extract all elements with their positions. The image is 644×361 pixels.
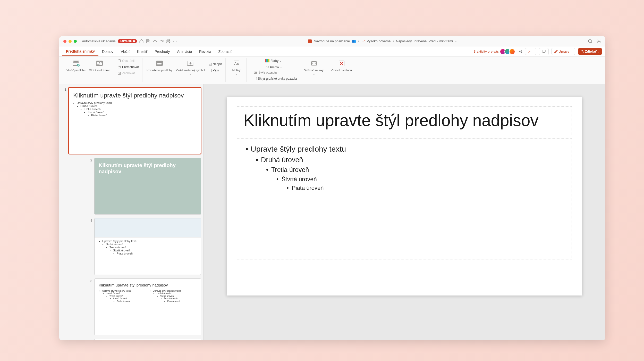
svg-rect-9 bbox=[118, 66, 121, 68]
svg-text:Aa: Aa bbox=[234, 61, 239, 65]
comments-button[interactable] bbox=[539, 48, 549, 55]
titlebar: Automatické ukladanie ZAPNUTÉ ⋯ Navrhnut… bbox=[59, 36, 605, 46]
themes-button[interactable]: Aa Motívy⌄ bbox=[229, 58, 244, 76]
autosave-label: Automatické ukladanie bbox=[82, 39, 116, 43]
redo-icon[interactable] bbox=[159, 39, 164, 44]
confidential-label: Vysoko dôverné bbox=[367, 39, 391, 43]
body-level-4: Štvrtá úroveň bbox=[274, 175, 565, 184]
undo-icon[interactable] bbox=[152, 39, 157, 44]
tab-home[interactable]: Domov bbox=[98, 47, 117, 56]
layout-thumbnail[interactable]: 3 Kliknutím upravte štýl predlohy nadpis… bbox=[87, 278, 201, 335]
rename-button[interactable]: Premenovať bbox=[116, 64, 140, 70]
title-center: Navrhnuté na posilnenie 👥 • 🛡 Vysoko dôv… bbox=[179, 39, 586, 43]
print-icon[interactable] bbox=[166, 39, 171, 44]
title-right bbox=[588, 39, 601, 44]
delete-button[interactable]: Odstrániť bbox=[116, 58, 140, 63]
chevron-down-icon[interactable]: ⌄ bbox=[455, 40, 457, 43]
editing-mode-button[interactable]: Úpravy⌄ bbox=[551, 48, 575, 55]
layout-thumbnail[interactable]: 2 Kliknutím upravte štýl predlohy nadpis… bbox=[87, 158, 201, 215]
thumb-title: Kliknutím upravte štýl predlohy nadpisov bbox=[73, 92, 197, 99]
tab-review[interactable]: Revízia bbox=[196, 47, 215, 56]
layout-thumbnail[interactable]: 4 bbox=[87, 339, 201, 340]
master-title-placeholder[interactable]: Kliknutím upravte štýl predlohy nadpisov bbox=[237, 106, 572, 135]
body-level-5: Piata úroveň bbox=[285, 184, 565, 192]
share-button[interactable]: Zdieľať⌄ bbox=[578, 48, 602, 55]
last-modified-label: Naposledy upravené: Pred 9 minútami bbox=[396, 39, 453, 43]
svg-rect-13 bbox=[157, 63, 162, 65]
svg-rect-7 bbox=[100, 62, 102, 63]
body-level-1: Upravte štýly predlohy textu bbox=[243, 143, 565, 155]
close-master-button[interactable]: Zavrieť predlohu bbox=[330, 58, 353, 73]
thumb-body: Upravte štýly predlohy textu Druhá úrove… bbox=[73, 101, 197, 117]
settings-icon[interactable] bbox=[597, 39, 601, 44]
svg-rect-12 bbox=[157, 62, 162, 62]
svg-rect-6 bbox=[97, 62, 99, 65]
tab-view[interactable]: Zobraziť bbox=[215, 47, 235, 56]
footers-checkbox[interactable]: Päty bbox=[208, 68, 223, 73]
activity-label[interactable]: 3 aktivity pre vás bbox=[474, 50, 499, 53]
svg-rect-3 bbox=[74, 62, 78, 63]
avatar bbox=[509, 48, 515, 55]
app-window: Automatické ukladanie ZAPNUTÉ ⋯ Navrhnut… bbox=[59, 36, 605, 340]
save-icon[interactable] bbox=[146, 39, 150, 44]
tab-transitions[interactable]: Prechody bbox=[151, 47, 173, 56]
separator-dot: • bbox=[358, 39, 359, 43]
title-checkbox[interactable]: Nadpis bbox=[208, 62, 223, 67]
minimize-window-button[interactable] bbox=[69, 40, 72, 43]
tab-draw[interactable]: Kresliť bbox=[133, 47, 151, 56]
thumbnail-number: 2 bbox=[87, 158, 92, 215]
thumb-title: Kliknutím upravte štýl predlohy nadpisov bbox=[99, 162, 197, 175]
more-icon[interactable]: ⋯ bbox=[173, 39, 177, 44]
designed-label: Navrhnuté na posilnenie bbox=[314, 39, 350, 43]
body-level-3: Tretia úroveň bbox=[264, 165, 565, 175]
autosave-toggle[interactable]: ZAPNUTÉ bbox=[118, 39, 137, 43]
thumb-body: Upravte štýly predlohy textuDruhá úroveň… bbox=[99, 290, 197, 302]
master-thumbnail[interactable]: 1 Kliknutím upravte štýl predlohy nadpis… bbox=[61, 87, 201, 154]
tab-slide-master[interactable]: Predloha snímky bbox=[62, 47, 98, 56]
people-icon: 👥 bbox=[352, 39, 356, 43]
presence-avatars[interactable] bbox=[501, 48, 515, 55]
preserve-button[interactable]: Zachovať bbox=[116, 71, 140, 76]
home-icon[interactable] bbox=[139, 39, 144, 44]
more-avatars-count[interactable]: +2 bbox=[519, 50, 522, 53]
colors-button[interactable]: Farby⌄ bbox=[264, 58, 283, 63]
thumbnail-panel[interactable]: 1 Kliknutím upravte štýl predlohy nadpis… bbox=[59, 84, 204, 340]
shield-icon: 🛡 bbox=[361, 39, 365, 43]
hide-background-checkbox[interactable]: Skryť grafické prvky pozadia bbox=[253, 76, 298, 81]
insert-layout-button[interactable]: Vložiť rozloženie bbox=[88, 58, 111, 73]
thumbnail-number: 3 bbox=[87, 278, 92, 335]
workspace: 1 Kliknutím upravte štýl predlohy nadpis… bbox=[59, 84, 605, 340]
thumb-body: Upravte štýly predlohy textu Druhá úrove… bbox=[99, 240, 197, 255]
insert-placeholder-button[interactable]: Vložiť zástupný symbol⌄ bbox=[175, 58, 206, 76]
thumbnail-number: 1 bbox=[61, 87, 66, 154]
tab-animations[interactable]: Animácie bbox=[173, 47, 196, 56]
ribbon: Vložiť predlohu Vložiť rozloženie Odstrá… bbox=[59, 57, 605, 84]
close-window-button[interactable] bbox=[63, 40, 66, 43]
master-layout-button[interactable]: Rozloženie predlohy bbox=[146, 58, 173, 76]
tabs-right: 3 aktivity pre vás +2 ▷⌄ Úpravy⌄ Zdieľať… bbox=[474, 48, 602, 55]
background-styles-button[interactable]: Štýly pozadia⌄ bbox=[253, 70, 298, 75]
maximize-window-button[interactable] bbox=[74, 40, 77, 43]
svg-point-1 bbox=[598, 40, 600, 42]
thumbnail-number: 4 bbox=[87, 339, 92, 340]
master-body-placeholder[interactable]: Upravte štýly predlohy textu Druhá úrove… bbox=[237, 138, 572, 260]
thumbnail-number: 4 bbox=[87, 218, 92, 275]
svg-point-0 bbox=[588, 39, 591, 43]
body-level-2: Druhá úroveň bbox=[254, 155, 565, 165]
slide-canvas[interactable]: Kliknutím upravte štýl predlohy nadpisov… bbox=[227, 97, 582, 296]
insert-slide-master-button[interactable]: Vložiť predlohu bbox=[65, 58, 87, 73]
powerpoint-icon bbox=[308, 39, 312, 43]
search-icon[interactable] bbox=[588, 39, 592, 44]
thumb-title: Kliknutím upravte štýl predlohy nadpisov bbox=[99, 283, 197, 288]
ribbon-tabs: Predloha snímky Domov Vložiť Kresliť Pre… bbox=[59, 46, 605, 57]
separator-dot: • bbox=[393, 39, 394, 43]
fonts-button[interactable]: AaPísma⌄ bbox=[264, 64, 283, 70]
tab-insert[interactable]: Vložiť bbox=[117, 47, 133, 56]
svg-rect-8 bbox=[118, 60, 121, 62]
slide-size-button[interactable]: Veľkosť snímky⌄ bbox=[303, 58, 325, 76]
present-button[interactable]: ▷⌄ bbox=[525, 48, 536, 55]
layout-thumbnail[interactable]: 4 Upravte štýly predlohy textu Druhá úro… bbox=[87, 218, 201, 275]
traffic-lights bbox=[63, 40, 77, 43]
slide-canvas-area[interactable]: Kliknutím upravte štýl predlohy nadpisov… bbox=[204, 84, 605, 340]
